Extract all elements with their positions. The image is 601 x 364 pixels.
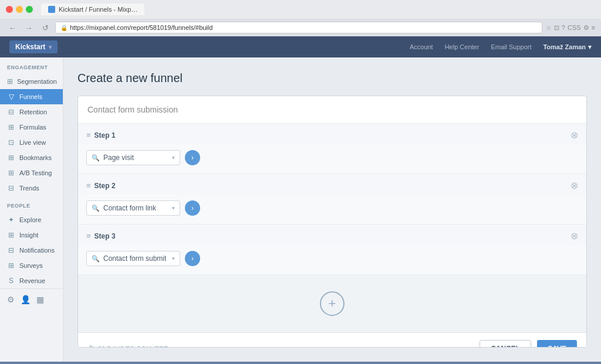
user-icon[interactable]: 👤 [21, 295, 31, 304]
drag-icon[interactable]: ≡ [86, 181, 91, 190]
app: Kickstart ▾ Account Help Center Email Su… [0, 36, 601, 362]
star-icon[interactable]: ☆ [546, 24, 552, 32]
step-3-arrow-button[interactable]: › [185, 251, 200, 266]
drag-icon[interactable]: ≡ [86, 131, 91, 140]
step-1-body: 🔍 Page visit ▾ › [78, 144, 586, 174]
question-icon[interactable]: ? [562, 24, 565, 31]
search-icon: 🔍 [92, 154, 100, 162]
step-2-arrow-button[interactable]: › [185, 200, 200, 216]
address-bar[interactable]: 🔒 https://mixpanel.com/report/581019/fun… [55, 22, 542, 33]
forward-button[interactable]: → [22, 21, 35, 34]
sidebar-item-formulas[interactable]: ⊞ Formulas [0, 120, 63, 135]
bookmarks-label: Bookmarks [19, 154, 52, 161]
step-3-body: 🔍 Contact form submit ▾ › [78, 245, 586, 274]
close-dot[interactable] [6, 6, 13, 13]
trends-label: Trends [19, 185, 39, 192]
browser-tab[interactable]: Kickstart / Funnels - Mixp… [41, 4, 144, 15]
funnel-builder: ≡ Step 1 ⊗ 🔍 Page visit ▾ › [77, 96, 587, 348]
step-3-label: ≡ Step 3 [86, 232, 116, 240]
nav-help-center[interactable]: Help Center [445, 43, 480, 50]
insight-icon: ⊞ [7, 231, 15, 239]
step-1-arrow-button[interactable]: › [185, 150, 200, 165]
funnel-footer: ⏱ 30 DAYS TO CONVERT CANCEL SAVE [78, 332, 586, 348]
page-title: Create a new funnel [77, 72, 587, 85]
segmentation-label: Segmentation [17, 78, 57, 85]
grid-icon[interactable]: ▦ [36, 295, 44, 304]
step-2-header: ≡ Step 2 ⊗ [78, 174, 586, 195]
logo-text: Kickstart [15, 43, 45, 51]
header-nav: Account Help Center Email Support Tomaž … [410, 43, 592, 51]
sidebar-item-bookmarks[interactable]: ⊞ Bookmarks [0, 150, 63, 165]
sidebar-item-retention[interactable]: ⊟ Retention [0, 104, 63, 120]
step-2-container: ≡ Step 2 ⊗ 🔍 Contact form link ▾ [78, 174, 586, 224]
sidebar-item-abtesting[interactable]: ⊞ A/B Testing [0, 165, 63, 181]
user-name: Tomaž Zaman [543, 43, 586, 50]
url-text: https://mixpanel.com/report/581019/funne… [70, 24, 212, 31]
revenue-icon: S [7, 277, 15, 285]
sidebar-item-segmentation[interactable]: ⊞ Segmentation [0, 74, 63, 89]
settings-icon[interactable]: ⚙ [583, 24, 589, 32]
app-header: Kickstart ▾ Account Help Center Email Su… [0, 36, 601, 57]
minimize-dot[interactable] [16, 6, 23, 13]
step-2-remove-button[interactable]: ⊗ [570, 180, 578, 191]
content-area: Create a new funnel ≡ Step 1 ⊗ [63, 57, 601, 362]
step-1-event-dropdown[interactable]: 🔍 Page visit ▾ [86, 150, 180, 165]
funnels-icon: ▽ [7, 93, 15, 101]
notifications-label: Notifications [19, 247, 55, 254]
funnels-label: Funnels [19, 93, 42, 100]
tab-title: Kickstart / Funnels - Mixp… [59, 6, 137, 13]
sidebar-item-funnels[interactable]: ▽ Funnels [0, 89, 63, 104]
abtesting-label: A/B Testing [19, 169, 52, 176]
liveview-label: Live view [19, 139, 46, 146]
segmentation-icon: ⊞ [7, 77, 13, 86]
formulas-label: Formulas [19, 124, 46, 131]
step-2-event-dropdown[interactable]: 🔍 Contact form link ▾ [86, 200, 180, 216]
bookmarks-icon: ⊞ [7, 154, 15, 162]
window-controls [6, 6, 33, 13]
liveview-icon: ⊡ [7, 138, 15, 147]
funnel-name-row [78, 96, 586, 124]
step-3-header: ≡ Step 3 ⊗ [78, 224, 586, 245]
add-step-button[interactable]: + [320, 291, 345, 316]
browser-tools: ☆ ⊡ ? CSS ⚙ ≡ [546, 24, 595, 32]
notifications-icon: ⊟ [7, 246, 15, 254]
app-logo[interactable]: Kickstart ▾ [9, 40, 58, 53]
chevron-down-icon: ▾ [172, 256, 175, 261]
sidebar-item-insight[interactable]: ⊞ Insight [0, 227, 63, 243]
step-1-remove-button[interactable]: ⊗ [570, 130, 578, 141]
explore-label: Explore [19, 216, 41, 223]
sidebar-item-explore[interactable]: ✦ Explore [0, 212, 63, 227]
settings-icon[interactable]: ⚙ [7, 295, 15, 304]
menu-icon[interactable]: ≡ [592, 24, 595, 31]
funnel-name-input[interactable] [87, 105, 577, 114]
drag-icon[interactable]: ≡ [86, 232, 91, 240]
abtesting-icon: ⊞ [7, 169, 15, 177]
sidebar-item-trends[interactable]: ⊟ Trends [0, 181, 63, 196]
maximize-dot[interactable] [26, 6, 33, 13]
sidebar-item-surveys[interactable]: ⊞ Surveys [0, 258, 63, 273]
sidebar-bottom: ⚙ 👤 ▦ [0, 288, 63, 310]
browser-titlebar: Kickstart / Funnels - Mixp… [0, 0, 601, 19]
step-1-event-row: 🔍 Page visit ▾ › [86, 150, 578, 165]
refresh-button[interactable]: ↺ [39, 21, 52, 34]
retention-icon: ⊟ [7, 108, 15, 116]
save-button[interactable]: SAVE [537, 340, 577, 348]
retention-label: Retention [19, 108, 47, 115]
people-label: PEOPLE [0, 203, 63, 212]
sidebar-item-revenue[interactable]: S Revenue [0, 273, 63, 288]
reader-icon[interactable]: ⊡ [554, 24, 559, 32]
nav-account[interactable]: Account [410, 43, 433, 50]
cancel-button[interactable]: CANCEL [480, 340, 531, 348]
sidebar-item-notifications[interactable]: ⊟ Notifications [0, 243, 63, 258]
sidebar-item-liveview[interactable]: ⊡ Live view [0, 135, 63, 150]
formulas-icon: ⊞ [7, 123, 15, 131]
add-step-area: + [78, 275, 586, 332]
back-button[interactable]: ← [6, 21, 19, 34]
step-3-remove-button[interactable]: ⊗ [570, 230, 578, 241]
nav-email-support[interactable]: Email Support [491, 43, 531, 50]
step-3-event-dropdown[interactable]: 🔍 Contact form submit ▾ [86, 251, 180, 266]
chevron-down-icon: ▾ [172, 205, 175, 211]
sidebar: ENGAGEMENT ⊞ Segmentation ▽ Funnels ⊟ Re… [0, 57, 63, 362]
step-3-container: ≡ Step 3 ⊗ 🔍 Contact form submit ▾ [78, 224, 586, 275]
user-menu[interactable]: Tomaž Zaman ▾ [543, 43, 592, 51]
